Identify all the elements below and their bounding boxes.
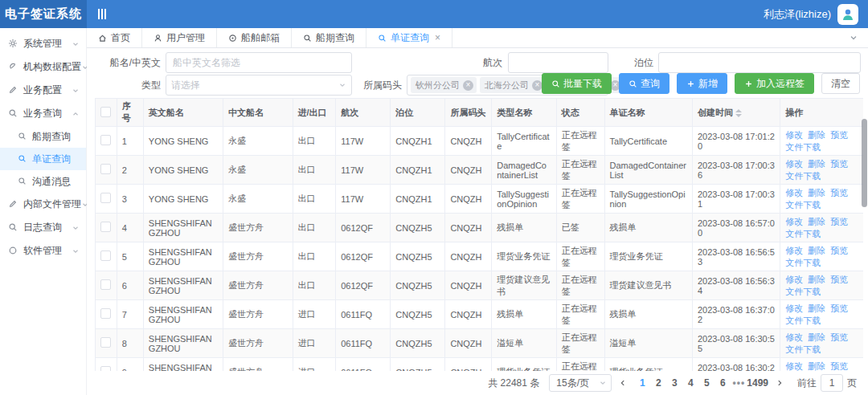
button-清空[interactable]: 清空 bbox=[821, 73, 860, 94]
prev-page-icon[interactable] bbox=[615, 379, 631, 387]
row-checkbox-cell[interactable] bbox=[96, 214, 117, 242]
page-number-1499[interactable]: 1499 bbox=[747, 377, 768, 389]
column-header-created[interactable]: 创建时间 bbox=[692, 99, 780, 127]
action-link-文件下载[interactable]: 文件下载 bbox=[785, 344, 821, 354]
sidebar-subitem[interactable]: 沟通消息 bbox=[0, 170, 86, 193]
action-link-预览[interactable]: 预览 bbox=[830, 332, 848, 342]
sidebar-item[interactable]: 业务查询 bbox=[0, 102, 86, 125]
cell-doc: DamagedContainerList bbox=[604, 156, 692, 185]
action-link-预览[interactable]: 预览 bbox=[830, 303, 848, 313]
action-link-删除[interactable]: 删除 bbox=[808, 188, 825, 198]
page-size-select[interactable]: 15条/页 bbox=[549, 374, 612, 392]
row-checkbox-cell[interactable] bbox=[96, 242, 117, 271]
checkbox[interactable] bbox=[100, 135, 111, 145]
tab[interactable]: 首页 bbox=[87, 28, 142, 47]
action-link-修改[interactable]: 修改 bbox=[785, 130, 803, 140]
row-checkbox-cell[interactable] bbox=[96, 358, 117, 372]
ship-name-input[interactable] bbox=[166, 52, 352, 73]
sidebar-item[interactable]: 机构数据配置 bbox=[0, 55, 86, 79]
sidebar-subitem[interactable]: 单证查询 bbox=[0, 148, 86, 170]
action-link-删除[interactable]: 删除 bbox=[808, 361, 825, 371]
action-link-文件下载[interactable]: 文件下载 bbox=[785, 171, 821, 181]
action-link-修改[interactable]: 修改 bbox=[785, 332, 803, 342]
current-user[interactable]: 利志泽(lizhize) bbox=[764, 7, 831, 22]
action-link-文件下载[interactable]: 文件下载 bbox=[785, 316, 821, 325]
sidebar-item[interactable]: 业务配置 bbox=[0, 79, 86, 102]
sidebar-subitem[interactable]: 船期查询 bbox=[0, 125, 86, 148]
action-link-预览[interactable]: 预览 bbox=[830, 246, 848, 255]
action-link-文件下载[interactable]: 文件下载 bbox=[785, 287, 821, 296]
sidebar-item[interactable]: 日志查询 bbox=[0, 216, 86, 239]
voyage-input[interactable] bbox=[508, 52, 608, 73]
user-avatar-icon[interactable] bbox=[837, 4, 858, 25]
checkbox[interactable] bbox=[100, 337, 111, 348]
action-link-预览[interactable]: 预览 bbox=[830, 130, 848, 140]
action-link-修改[interactable]: 修改 bbox=[785, 361, 803, 371]
action-link-删除[interactable]: 删除 bbox=[808, 303, 825, 313]
tab[interactable]: 船期查询 bbox=[292, 28, 366, 47]
page-jump-input[interactable] bbox=[821, 374, 843, 392]
checkbox[interactable] bbox=[100, 193, 111, 203]
checkbox[interactable] bbox=[100, 250, 111, 261]
action-link-修改[interactable]: 修改 bbox=[785, 275, 803, 284]
action-link-文件下载[interactable]: 文件下载 bbox=[785, 229, 821, 238]
action-link-修改[interactable]: 修改 bbox=[785, 188, 803, 198]
button-批量下载[interactable]: 批量下载 bbox=[542, 73, 612, 94]
next-page-icon[interactable] bbox=[772, 379, 788, 387]
tab[interactable]: 用户管理 bbox=[142, 28, 217, 47]
button-查询[interactable]: 查询 bbox=[619, 73, 669, 94]
column-header-dir: 进/出口 bbox=[293, 99, 336, 127]
tag-remove-icon[interactable]: × bbox=[463, 80, 473, 91]
action-link-修改[interactable]: 修改 bbox=[785, 246, 803, 255]
checkbox[interactable] bbox=[100, 107, 111, 117]
tab[interactable]: 单证查询× bbox=[366, 28, 452, 47]
action-link-预览[interactable]: 预览 bbox=[830, 159, 848, 169]
row-checkbox-cell[interactable] bbox=[96, 185, 117, 214]
sidebar-collapse-icon[interactable] bbox=[98, 9, 106, 19]
berth-input[interactable] bbox=[658, 52, 861, 73]
action-link-删除[interactable]: 删除 bbox=[808, 275, 825, 284]
page-number-5[interactable]: 5 bbox=[698, 377, 714, 389]
action-link-删除[interactable]: 删除 bbox=[808, 217, 825, 226]
action-link-文件下载[interactable]: 文件下载 bbox=[785, 258, 821, 267]
action-link-修改[interactable]: 修改 bbox=[785, 217, 803, 226]
action-link-预览[interactable]: 预览 bbox=[830, 188, 848, 198]
row-checkbox-cell[interactable] bbox=[96, 329, 117, 358]
action-link-文件下载[interactable]: 文件下载 bbox=[785, 200, 821, 210]
sort-icon[interactable] bbox=[735, 109, 742, 117]
checkbox[interactable] bbox=[100, 308, 111, 319]
action-link-删除[interactable]: 删除 bbox=[808, 246, 825, 255]
checkbox[interactable] bbox=[100, 279, 111, 290]
action-link-删除[interactable]: 删除 bbox=[808, 159, 825, 169]
action-link-预览[interactable]: 预览 bbox=[830, 361, 848, 371]
row-checkbox-cell[interactable] bbox=[96, 300, 117, 329]
row-checkbox-cell[interactable] bbox=[96, 156, 117, 185]
page-number-1[interactable]: 1 bbox=[634, 377, 650, 389]
action-link-删除[interactable]: 删除 bbox=[808, 130, 825, 140]
close-icon[interactable]: × bbox=[435, 32, 440, 43]
checkbox[interactable] bbox=[100, 222, 111, 232]
tab-overflow-chevron-icon[interactable] bbox=[839, 28, 868, 47]
row-checkbox-cell[interactable] bbox=[96, 271, 117, 300]
page-number-2[interactable]: 2 bbox=[650, 377, 666, 389]
action-link-预览[interactable]: 预览 bbox=[830, 275, 848, 284]
checkbox[interactable] bbox=[100, 164, 111, 174]
button-加入远程签[interactable]: 加入远程签 bbox=[735, 73, 814, 94]
page-number-4[interactable]: 4 bbox=[682, 377, 698, 389]
button-新增[interactable]: 新增 bbox=[677, 73, 727, 94]
type-select[interactable]: 请选择 bbox=[166, 75, 352, 96]
sidebar-item[interactable]: 内部文件管理 bbox=[0, 193, 86, 216]
tab[interactable]: 船舶邮箱 bbox=[217, 28, 292, 47]
action-link-预览[interactable]: 预览 bbox=[830, 217, 848, 226]
action-link-修改[interactable]: 修改 bbox=[785, 159, 803, 169]
action-link-修改[interactable]: 修改 bbox=[785, 303, 803, 313]
table-scrollbar[interactable] bbox=[862, 119, 867, 207]
select-all-checkbox[interactable] bbox=[96, 99, 117, 127]
sidebar-item[interactable]: 系统管理 bbox=[0, 32, 86, 55]
action-link-删除[interactable]: 删除 bbox=[808, 332, 825, 342]
action-link-文件下载[interactable]: 文件下载 bbox=[785, 142, 821, 152]
sidebar-item[interactable]: 软件管理 bbox=[0, 239, 86, 263]
row-checkbox-cell[interactable] bbox=[96, 127, 117, 156]
page-number-3[interactable]: 3 bbox=[666, 377, 682, 389]
page-number-6[interactable]: 6 bbox=[714, 377, 731, 389]
